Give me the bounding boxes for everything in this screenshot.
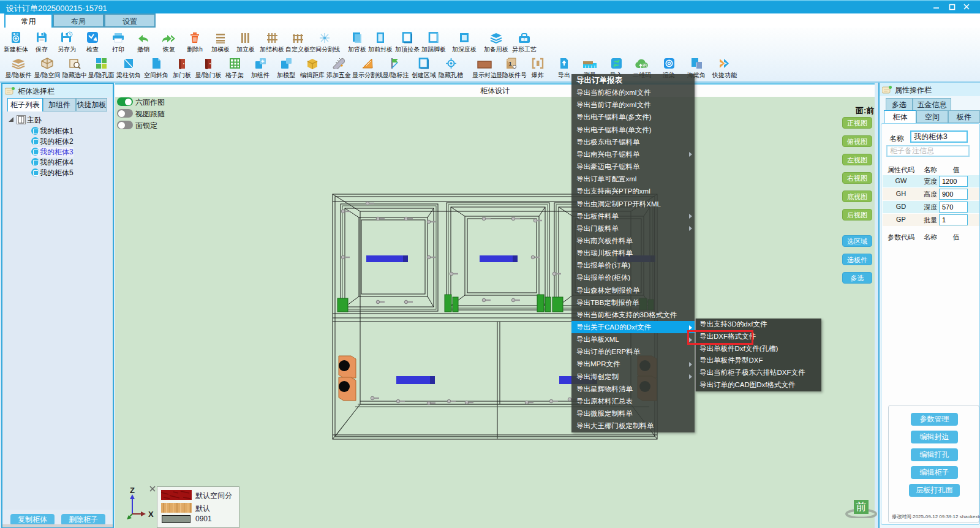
svg-text:X: X (148, 510, 154, 519)
svg-text:2: 2 (524, 37, 526, 41)
svg-text:1: 1 (508, 61, 511, 67)
svg-text:Z: Z (130, 486, 135, 495)
